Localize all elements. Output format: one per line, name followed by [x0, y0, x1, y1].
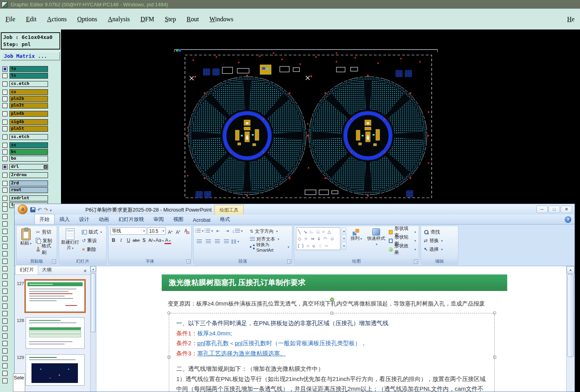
- layer-row[interactable]: cs.etch: [2, 81, 61, 87]
- bold-button[interactable]: B: [110, 237, 117, 244]
- redo-icon[interactable]: [44, 206, 48, 213]
- layer-checkbox[interactable]: [2, 356, 7, 361]
- layer-row[interactable]: drl: [2, 164, 61, 170]
- decrease-indent-button[interactable]: ⇤: [214, 227, 222, 235]
- dialog-launcher-icon[interactable]: ↘: [187, 259, 190, 263]
- dialog-launcher-icon[interactable]: ↘: [52, 259, 56, 263]
- menu-actions[interactable]: Actions: [47, 16, 67, 23]
- layer-checkbox[interactable]: [2, 196, 7, 201]
- smartart-button[interactable]: 转换为 SmartArt: [249, 243, 290, 251]
- delete-button[interactable]: 删除: [81, 245, 103, 253]
- shapes-row[interactable]: { } ∩ ∪ ♢ ─: [298, 242, 338, 249]
- rotate-handle[interactable]: [330, 298, 334, 302]
- find-button[interactable]: 查找: [423, 228, 456, 236]
- strikethrough-button[interactable]: abe: [133, 237, 140, 244]
- layer-checkbox[interactable]: [2, 66, 7, 72]
- layer-checkbox[interactable]: [2, 251, 7, 256]
- layer-checkbox[interactable]: [2, 348, 7, 353]
- select-popup[interactable]: Sele: [13, 374, 25, 392]
- numbering-button[interactable]: [205, 227, 213, 235]
- layer-row[interactable]: ss: [2, 142, 61, 148]
- clear-formatting-button[interactable]: A: [183, 228, 189, 235]
- slide-title-band[interactable]: 激光微粘膜树脂塞孔 压接孔订单制作要求: [162, 274, 507, 291]
- minimize-button[interactable]: ─: [536, 206, 548, 213]
- layer-checkbox[interactable]: [2, 371, 7, 376]
- qat-dropdown-icon[interactable]: [50, 206, 52, 213]
- layer-checkbox[interactable]: [2, 289, 7, 294]
- slide-thumbnail-129[interactable]: [26, 354, 85, 386]
- reset-button[interactable]: 重设: [81, 237, 103, 245]
- menu-step[interactable]: Step: [165, 16, 176, 23]
- menu-edit[interactable]: Edit: [26, 16, 37, 23]
- select-button[interactable]: 选择: [423, 245, 456, 253]
- job-matrix-button[interactable]: Job Matrix ...: [1, 52, 60, 61]
- ppt-titlebar[interactable]: P6订单制作要求更新2025-09-28 - Microsoft PowerPo…: [15, 204, 574, 215]
- layer-checkbox[interactable]: [2, 149, 7, 155]
- justify-button[interactable]: [222, 238, 230, 245]
- layer-checkbox[interactable]: [2, 266, 7, 271]
- arrange-button[interactable]: 排列: [347, 227, 365, 258]
- tab-slides-pane[interactable]: 幻灯片: [15, 265, 38, 274]
- layer-checkbox[interactable]: [2, 73, 7, 78]
- menu-options[interactable]: Options: [77, 16, 97, 23]
- layer-row[interactable]: cs: [2, 89, 61, 95]
- layer-checkbox[interactable]: [2, 333, 7, 339]
- layer-name[interactable]: ts: [9, 73, 48, 79]
- layer-row[interactable]: pln4b: [2, 110, 61, 117]
- layer-row[interactable]: zxdrlnt: [2, 195, 61, 201]
- office-button[interactable]: [18, 204, 28, 214]
- layer-checkbox[interactable]: [2, 214, 7, 219]
- layer-name[interactable]: to: [9, 66, 48, 72]
- dialog-launcher-icon[interactable]: ↘: [414, 259, 418, 263]
- underline-button[interactable]: U: [125, 237, 132, 244]
- shadow-button[interactable]: S: [140, 237, 147, 244]
- layer-name[interactable]: drl: [9, 164, 48, 170]
- layer-checkbox[interactable]: [2, 311, 7, 316]
- layer-checkbox[interactable]: [2, 229, 7, 234]
- shapes-row[interactable]: ◇ ☆ ⇒ ⇓ ◠ ☺: [298, 235, 338, 242]
- layer-checkbox[interactable]: [2, 304, 7, 309]
- shapes-row[interactable]: ╲ ↘ ∟ □ ○ △: [298, 228, 338, 235]
- layer-name[interactable]: 2rd: [9, 180, 48, 186]
- tab-home[interactable]: 开始: [34, 214, 55, 224]
- font-size-combo[interactable]: 10.5▾: [148, 227, 166, 235]
- align-left-button[interactable]: [195, 238, 203, 245]
- layer-name[interactable]: cs: [9, 89, 48, 95]
- slide-reason-text[interactable]: 变更原因：板厚≥4.0mm板件满板压接孔位置无透气，真空环境下孔内空气将微粘膜顶…: [168, 300, 485, 307]
- layer-checkbox[interactable]: [2, 90, 7, 95]
- menu-windows[interactable]: Windows: [209, 16, 233, 23]
- layer-name[interactable]: pln2b: [9, 96, 48, 102]
- shape-effects-button[interactable]: 形状效果: [388, 245, 417, 253]
- layer-row[interactable]: 2rdrou: [2, 172, 61, 178]
- layer-row[interactable]: ts: [2, 72, 61, 79]
- shrink-font-button[interactable]: A▾: [175, 228, 181, 235]
- layer-name[interactable]: cs.etch: [9, 81, 48, 87]
- tab-format[interactable]: 格式: [215, 214, 235, 224]
- layer-name[interactable]: pln4b: [9, 111, 48, 117]
- layer-row[interactable]: pln5t: [2, 125, 61, 132]
- layer-name[interactable]: bo: [9, 156, 48, 162]
- menu-analysis[interactable]: Analysis: [108, 16, 130, 23]
- layer-name[interactable]: 2rdrou: [9, 172, 48, 178]
- scroll-up-icon[interactable]: ▲: [567, 266, 574, 274]
- close-button[interactable]: ✕: [561, 206, 572, 213]
- layer-checkbox[interactable]: [2, 341, 7, 346]
- layer-checkbox[interactable]: [2, 378, 7, 383]
- layer-row[interactable]: bs: [2, 149, 61, 155]
- increase-indent-button[interactable]: ⇥: [223, 227, 231, 235]
- layer-checkbox[interactable]: [2, 188, 7, 193]
- selected-textbox[interactable]: 一、以下三个条件同时满足，在PNL拼板短边的非塞孔区域（压接孔）增加透气线 条件…: [169, 313, 495, 392]
- font-color-button[interactable]: A: [164, 237, 171, 244]
- layer-name[interactable]: pln5t: [9, 126, 48, 132]
- layer-checkbox[interactable]: [2, 181, 7, 186]
- align-right-button[interactable]: [213, 238, 221, 245]
- layer-checkbox[interactable]: [2, 143, 7, 148]
- layer-checkbox[interactable]: [2, 111, 7, 116]
- layer-name[interactable]: ss.etch: [9, 134, 48, 140]
- replace-button[interactable]: 替换: [423, 237, 456, 245]
- text-direction-button[interactable]: ⇅文字方向: [249, 227, 290, 235]
- menu-file[interactable]: File: [6, 16, 15, 23]
- layer-checkbox[interactable]: [2, 156, 7, 161]
- gallery-up-icon[interactable]: ▲: [342, 228, 346, 235]
- save-icon[interactable]: [30, 207, 35, 212]
